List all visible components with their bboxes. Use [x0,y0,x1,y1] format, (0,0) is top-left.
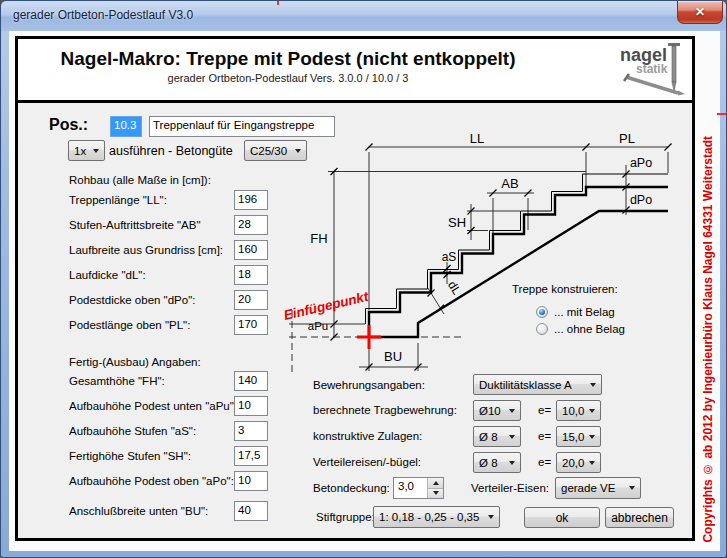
chevron-down-icon [509,461,515,465]
chevron-down-icon [589,409,595,413]
main-form: Pos.: 10.3 Treppenlauf für Eingangstrepp… [15,100,695,541]
ausbau-heading: Fertig-(Ausbau) Angaben: [69,356,201,368]
aufbau-podest-oben-input[interactable]: 10 [234,471,268,491]
anschlussbreite-input[interactable]: 40 [234,501,268,521]
field-label: Podestlänge oben "PL": [69,319,190,331]
gesamthoehe-input[interactable]: 140 [234,371,268,391]
e-label: e= [538,430,551,442]
pos-number-input[interactable]: 10.3 [110,116,142,137]
header-box: Nagel-Makro: Treppe mit Podest (nicht en… [15,36,695,103]
field-label: Aufbauhöhe Stufen "aS": [69,425,196,437]
chevron-down-icon [93,149,99,153]
spin-up-button[interactable] [428,478,443,489]
title-bar[interactable]: gerader Ortbeton-Podestlauf V3.0 ✕ [1,1,727,31]
field-label: Podestdicke oben "dPo": [69,294,195,306]
aufbau-stufen-input[interactable]: 3 [234,421,268,441]
insertion-point-label: Einfügepunkt [284,289,370,323]
chevron-down-icon [629,486,635,490]
duktilitaet-dropdown[interactable]: Duktilitätsklasse A [473,374,602,395]
diameter-value: Ø 8 [479,431,498,443]
copyright-text: Copyrights © ab 2012 by Ingenieurbüro Kl… [701,136,715,549]
chevron-down-icon [509,409,515,413]
close-button[interactable]: ✕ [677,1,723,24]
betondeckung-spinner[interactable]: 3,0 [393,477,444,499]
arrow-down-icon [433,491,439,495]
tragbewehrung-spacing-dropdown[interactable]: 10,0 [556,400,601,421]
zulagen-diameter-dropdown[interactable]: Ø 8 [473,426,521,447]
close-icon: ✕ [695,5,705,19]
radio-unselected-icon[interactable] [536,323,548,335]
page-subtitle: gerader Ortbeton-Podestlauf Vers. 3.0.0 … [18,72,558,84]
pos-number-value: 10.3 [114,119,136,131]
window-title: gerader Ortbeton-Podestlauf V3.0 [13,8,193,22]
arrow-up-icon [433,481,439,485]
row-label: Verteilereisen/-bügel: [313,456,421,468]
radio-option-ohne-belag[interactable]: ... ohne Belag [536,323,625,335]
e-label: e= [538,404,551,416]
cancel-button[interactable]: abbrechen [605,507,674,528]
fertighoehe-stufen-input[interactable]: 17,5 [234,446,268,466]
verteiler-eisen-label: Verteiler-Eisen: [471,482,549,494]
podestdicke-input[interactable]: 20 [234,290,268,310]
tragbewehrung-diameter-dropdown[interactable]: Ø10 [473,400,521,421]
laufdicke-input[interactable]: 18 [234,265,268,285]
ok-button[interactable]: ok [524,507,600,528]
artifact-red-tick-top [277,1,279,5]
pos-label: Pos.: [49,116,88,134]
dim-label-pl: PL [619,131,635,146]
nail-icon [620,41,686,98]
bewehrung-heading: Bewehrungsangaben: [313,379,425,391]
page-title: Nagel-Makro: Treppe mit Podest (nicht en… [18,48,558,70]
field-label: Aufbauhöhe Podest unten "aPu": [69,400,237,412]
chevron-down-icon [589,435,595,439]
duktilitaet-value: Duktilitätsklasse A [479,379,572,391]
laufbreite-input[interactable]: 160 [234,240,268,260]
belag-overlay-line [366,174,669,324]
spin-down-button[interactable] [428,489,443,499]
dim-label-apo: aPo [630,156,652,170]
radio-label: ... ohne Belag [554,323,625,335]
insertion-point-cross [357,325,381,349]
zulagen-spacing-dropdown[interactable]: 15,0 [556,426,601,447]
spacing-value: 15,0 [562,431,584,443]
auftrittsbreite-input[interactable]: 28 [234,215,268,235]
stiftgruppe-dropdown[interactable]: 1: 0,18 - 0,25 - 0,35 [373,506,500,528]
count-dropdown[interactable]: 1x [68,140,105,161]
copyright-strip: Copyrights © ab 2012 by Ingenieurbüro Kl… [696,31,720,549]
nagel-statik-logo: nagel statik [620,41,686,98]
spacing-value: 20,0 [562,457,584,469]
dim-label-bu: BU [384,349,402,364]
field-label: Gesamthöhe "FH": [69,375,165,387]
chevron-down-icon [488,515,494,519]
radio-label: ... mit Belag [554,306,615,318]
dim-label-as: aS [442,250,457,264]
verteilereisen-spacing-dropdown[interactable]: 20,0 [556,452,601,473]
verteilereisen-diameter-dropdown[interactable]: Ø 8 [473,452,521,473]
field-label: Laufbreite aus Grundriss [cm]: [69,244,223,256]
dim-label-fh: FH [310,231,327,246]
diameter-value: Ø 8 [479,457,498,469]
podestlaenge-input[interactable]: 170 [234,315,268,335]
row-label: konstruktive Zulagen: [313,430,422,442]
verteiler-eisen-dropdown[interactable]: gerade VE [555,477,641,499]
stiftgruppe-value: 1: 0,18 - 0,25 - 0,35 [379,511,479,523]
radio-selected-icon[interactable] [536,306,548,318]
konstruieren-heading: Treppe konstruieren: [512,283,618,295]
diameter-value: Ø10 [479,405,501,417]
chevron-down-icon [589,461,595,465]
radio-option-mit-belag[interactable]: ... mit Belag [536,306,615,318]
verteiler-eisen-value: gerade VE [561,482,615,494]
treppenlaenge-input[interactable]: 196 [234,190,268,210]
concrete-grade-value: C25/30 [250,145,287,157]
dim-label-dpo: dPo [630,193,652,207]
aufbau-podest-unten-input[interactable]: 10 [234,396,268,416]
spacing-value: 10,0 [562,405,584,417]
field-label: Laufdicke "dL": [69,269,146,281]
stair-diagram: LL PL aPo dPo AB SH FH aS dL aPu BU Einf… [284,127,696,377]
execute-label: ausführen - Betongüte [109,144,233,158]
e-label: e= [538,456,551,468]
rohbau-heading: Rohbau (alle Maße in [cm]): [69,174,211,186]
dim-label-dl: dL [445,279,464,298]
dim-label-ll: LL [470,131,484,146]
stiftgruppe-label: Stiftgruppe: [316,511,375,523]
